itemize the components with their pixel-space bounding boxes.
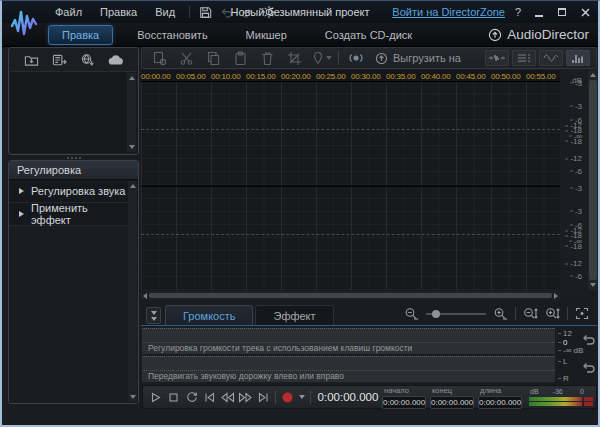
time-field-value[interactable]: 0:00:00.000 (430, 396, 474, 409)
tab-volume[interactable]: Громкость (165, 305, 253, 325)
timeline-ruler[interactable]: 00:00.0000:05.0000:10.0000:15.0000:20.00… (141, 70, 560, 82)
voice-record-icon[interactable] (342, 49, 369, 67)
db-tick-label: -6 (570, 166, 582, 175)
tab-effect[interactable]: Эффект (255, 305, 333, 325)
zoom-in-vertical-icon[interactable] (545, 307, 560, 320)
rewind-button[interactable] (218, 388, 236, 406)
play-button[interactable] (146, 388, 164, 406)
previous-button[interactable] (200, 388, 218, 406)
scroll-right-icon[interactable] (554, 293, 558, 299)
zoom-slider[interactable] (426, 313, 486, 315)
cut-icon[interactable] (173, 49, 200, 67)
minimize-button[interactable] (531, 5, 547, 19)
delete-icon[interactable] (254, 49, 281, 67)
time-field-label: конец (432, 387, 474, 395)
directorzone-signin-link[interactable]: Войти на DirectorZone (392, 6, 505, 18)
ruler-timestamp: 00:15.00 (246, 70, 281, 81)
scroll-down-icon[interactable] (590, 283, 596, 287)
scroll-up-icon[interactable] (590, 73, 596, 77)
adjust-scrollbar[interactable] (128, 181, 137, 402)
ruler-timestamp: 00:10.00 (211, 70, 246, 81)
zoom-in-horizontal-icon[interactable] (493, 307, 508, 320)
meter-bar-left (529, 397, 593, 401)
playback-time-display: 0:00:00.000 (316, 391, 380, 403)
library-scrollbar[interactable] (127, 73, 136, 152)
reset-pan-icon[interactable] (581, 360, 596, 375)
tab-edit[interactable]: Правка (48, 25, 113, 45)
help-button[interactable]: ? (512, 6, 524, 18)
menu-edit[interactable]: Правка (91, 2, 146, 22)
brand-audiodirector: AudioDirector (488, 27, 598, 42)
import-media-icon[interactable] (21, 51, 42, 69)
scroll-up-icon[interactable] (129, 76, 135, 80)
close-button[interactable] (577, 5, 593, 19)
maximize-button[interactable] (554, 5, 570, 19)
stop-button[interactable] (164, 388, 182, 406)
audio-channel-left[interactable] (141, 82, 560, 185)
paste-icon[interactable] (227, 49, 254, 67)
zoom-slider-handle[interactable] (432, 310, 440, 318)
menu-view[interactable]: Вид (146, 2, 184, 22)
adjust-item-audio-adjustment[interactable]: Регулировка звука (9, 180, 138, 203)
toolbar-separator (189, 6, 190, 18)
adjust-panel: Регулировка Регулировка звука Применить … (8, 160, 139, 404)
zoom-out-vertical-icon[interactable] (523, 307, 538, 320)
import-audio-file-icon[interactable] (49, 51, 70, 69)
selection-time-fields: начало 0:00:00.000 конец 0:00:00.000 дли… (382, 386, 522, 409)
scroll-left-icon[interactable] (143, 293, 147, 299)
collapse-panel-button[interactable] (146, 307, 161, 324)
cloud-icon[interactable] (105, 51, 126, 69)
view-mode-buttons (485, 50, 592, 66)
next-button[interactable] (254, 388, 272, 406)
pan-keyframe-lane[interactable]: Передвигать звуковую дорожку влево или в… (142, 356, 555, 383)
loop-button[interactable] (182, 388, 200, 406)
time-field-value[interactable]: 0:00:00.000 (382, 396, 426, 409)
scroll-up-icon[interactable] (130, 184, 136, 188)
timeline-horizontal-scrollbar[interactable] (141, 291, 560, 300)
media-library-list[interactable] (10, 71, 137, 153)
waveform-view-icon[interactable] (539, 50, 563, 66)
copy-icon[interactable] (200, 49, 227, 67)
record-options-chevron-icon[interactable] (299, 395, 305, 399)
scroll-down-icon[interactable] (130, 395, 136, 399)
time-field: конец 0:00:00.000 (430, 386, 474, 409)
record-button[interactable] (281, 391, 294, 404)
expand-arrow-icon (19, 211, 24, 217)
upload-to-button[interactable]: Выгрузить на (375, 52, 461, 65)
volume-keyframe-panel: Регулировка громкости трека с использова… (142, 328, 555, 383)
reset-volume-icon[interactable] (581, 332, 596, 347)
scrollbar-thumb[interactable] (589, 80, 597, 280)
marker-icon[interactable] (308, 49, 335, 67)
channel-list-icon[interactable] (512, 50, 536, 66)
trim-icon[interactable] (281, 49, 308, 67)
scrollbar-thumb[interactable] (149, 293, 552, 298)
scroll-down-icon[interactable] (129, 145, 135, 149)
adjust-item-apply-effect[interactable]: Применить эффект (9, 203, 138, 226)
audio-channel-right[interactable] (141, 187, 560, 290)
fast-forward-button[interactable] (236, 388, 254, 406)
volume-keyframe-lane[interactable]: Регулировка громкости трека с использова… (142, 328, 555, 355)
titlebar: Файл Правка Вид Новый безымянный проект … (2, 1, 598, 23)
save-icon[interactable] (195, 3, 216, 21)
bottom-panel-tabbar: Громкость Эффект (141, 302, 597, 326)
normalize-view-icon[interactable] (485, 50, 509, 66)
toolbar-separator (515, 307, 516, 320)
fit-to-window-icon[interactable] (575, 307, 589, 320)
download-from-directorzone-icon[interactable] (77, 51, 98, 69)
tab-mixer[interactable]: Микшер (232, 25, 301, 45)
ruler-timestamp: 00:50.00 (491, 70, 526, 81)
tab-create-cd[interactable]: Создать CD-диск (311, 25, 426, 45)
db-tick-label: -3 (570, 101, 582, 110)
menu-file[interactable]: Файл (46, 2, 91, 22)
time-field-value[interactable]: 0:00:00.000 (478, 396, 522, 409)
ruler-timestamp: 00:30.00 (351, 70, 386, 81)
db-amplitude-scale: dB -3-6-12-18-∞-18-12-6-3 -3-6-12-18-∞-1… (560, 70, 587, 290)
export-icon[interactable] (146, 49, 173, 67)
zoom-out-horizontal-icon[interactable] (404, 307, 419, 320)
timeline-vertical-scrollbar[interactable] (588, 70, 598, 290)
spectral-view-icon[interactable] (566, 50, 590, 66)
toolbar-separator (567, 307, 568, 320)
ruler-timestamp: 00:55.00 (526, 70, 560, 81)
tab-restore[interactable]: Восстановить (123, 25, 221, 45)
waveform-track-area[interactable] (141, 82, 560, 290)
